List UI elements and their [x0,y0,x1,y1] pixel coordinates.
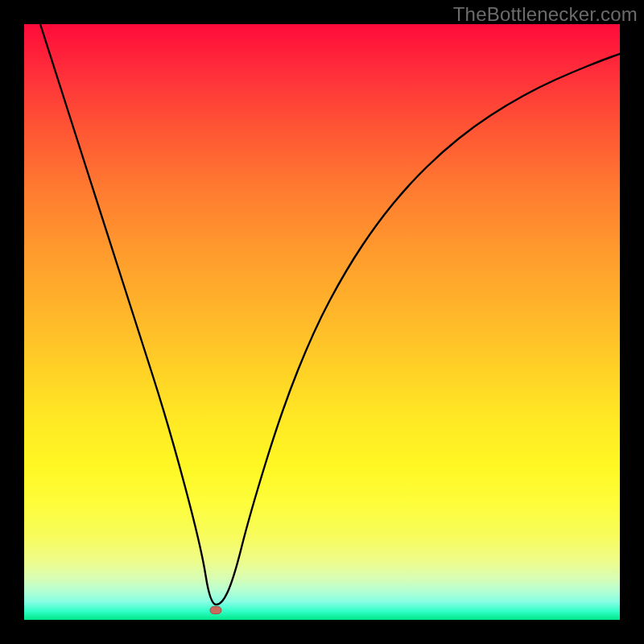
chart-svg [24,24,620,620]
curve-line [40,24,620,605]
min-marker [210,607,221,614]
svg-rect-0 [210,607,221,614]
chart-frame: TheBottlenecker.com [0,0,644,644]
watermark-text: TheBottlenecker.com [453,3,638,26]
plot-area [24,24,620,620]
